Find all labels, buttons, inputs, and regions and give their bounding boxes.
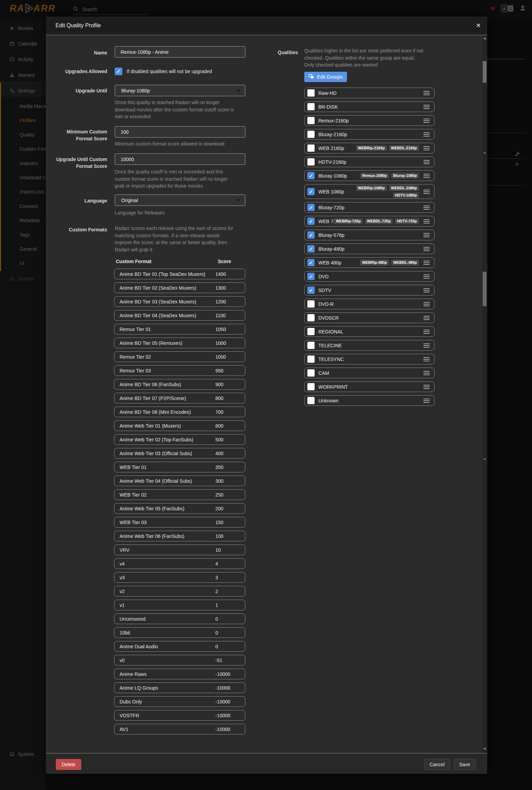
format-score-input[interactable]: 350 [215, 464, 223, 470]
quality-row[interactable]: ✓Bluray-720p [304, 202, 434, 213]
format-score-input[interactable]: 2 [215, 589, 218, 594]
quality-checkbox[interactable]: ✓ [307, 287, 315, 294]
scroll-down-icon[interactable] [483, 748, 486, 750]
format-score-input[interactable]: 500 [215, 437, 223, 442]
format-score-input[interactable]: 4 [215, 561, 218, 567]
upgrades-allowed-checkbox[interactable]: ✓ [115, 68, 122, 75]
scrollbar-thumb[interactable] [483, 272, 487, 306]
quality-row[interactable]: Raw-HD [304, 88, 434, 98]
format-score-input[interactable]: -10000 [215, 713, 231, 718]
quality-row[interactable]: CAM [304, 368, 434, 378]
quality-row[interactable]: Remux-2160p [304, 115, 434, 126]
drag-handle-icon[interactable] [423, 247, 430, 251]
format-score-input[interactable]: -51 [215, 658, 222, 663]
quality-row[interactable]: ✓SDTV [304, 285, 434, 296]
drag-handle-icon[interactable] [423, 91, 430, 95]
quality-row[interactable]: BR-DISK [304, 101, 434, 112]
quality-row[interactable]: WEB 2160pWEBRip-2160pWEBDL-2160p [304, 143, 434, 153]
quality-row[interactable]: ✓DVD [304, 271, 434, 282]
format-score-input[interactable]: -10000 [215, 685, 231, 691]
delete-button[interactable]: Delete [56, 759, 81, 770]
drag-handle-icon[interactable] [423, 219, 430, 223]
modal-scrollbar[interactable] [482, 36, 487, 753]
quality-checkbox[interactable] [307, 117, 315, 124]
format-score-input[interactable]: 10 [215, 547, 221, 553]
format-score-input[interactable]: -10000 [215, 671, 231, 677]
format-score-input[interactable]: 1300 [215, 285, 226, 291]
drag-handle-icon[interactable] [423, 261, 430, 265]
drag-handle-icon[interactable] [423, 302, 430, 306]
format-score-input[interactable]: 0 [215, 644, 218, 649]
quality-row[interactable]: WORKPRINT [304, 381, 434, 392]
quality-checkbox[interactable] [307, 356, 315, 363]
quality-row[interactable]: ✓Bluray-1080pRemux-1080pBluray-1080p [304, 170, 434, 181]
name-input[interactable] [115, 46, 245, 58]
drag-handle-icon[interactable] [423, 119, 430, 123]
format-score-input[interactable]: 300 [215, 478, 223, 484]
until-format-score-input[interactable] [115, 153, 245, 165]
drag-handle-icon[interactable] [423, 385, 430, 389]
quality-checkbox[interactable]: ✓ [307, 172, 315, 179]
format-score-input[interactable]: 200 [215, 506, 223, 511]
quality-row[interactable]: TELESYNC [304, 354, 434, 364]
drag-handle-icon[interactable] [423, 146, 430, 150]
quality-checkbox[interactable] [307, 158, 315, 166]
quality-row[interactable]: TELECINE [304, 340, 434, 351]
format-score-input[interactable]: 400 [215, 451, 223, 456]
quality-checkbox[interactable] [307, 328, 315, 335]
quality-checkbox[interactable] [307, 397, 315, 404]
drag-handle-icon[interactable] [423, 371, 430, 375]
drag-handle-icon[interactable] [423, 288, 430, 292]
quality-row[interactable]: ✓Bluray-576p [304, 230, 434, 240]
drag-handle-icon[interactable] [423, 132, 430, 137]
quality-checkbox[interactable]: ✓ [307, 259, 315, 266]
quality-row[interactable]: ✓WEB 1080pWEBRip-1080pWEBDL-1080pHDTV-10… [304, 184, 434, 199]
drag-handle-icon[interactable] [423, 343, 430, 348]
quality-row[interactable]: HDTV-2160p [304, 157, 434, 167]
quality-checkbox[interactable]: ✓ [307, 218, 315, 225]
format-score-input[interactable]: 1000 [215, 354, 226, 360]
min-format-score-input[interactable] [115, 126, 245, 138]
drag-handle-icon[interactable] [423, 160, 430, 164]
drag-handle-icon[interactable] [423, 190, 430, 194]
drag-handle-icon[interactable] [423, 316, 430, 320]
format-score-input[interactable]: 700 [215, 409, 223, 415]
drag-handle-icon[interactable] [423, 357, 430, 361]
drag-handle-icon[interactable] [423, 399, 430, 403]
format-score-input[interactable]: 800 [215, 396, 223, 401]
quality-checkbox[interactable]: ✓ [307, 273, 315, 280]
quality-row[interactable]: DVD-R [304, 299, 434, 309]
scrollbar-thumb[interactable] [483, 61, 487, 83]
quality-row[interactable]: Bluray-2160p [304, 129, 434, 140]
quality-checkbox[interactable] [307, 314, 315, 321]
quality-row[interactable]: ✓Bluray-480p [304, 243, 434, 254]
format-score-input[interactable]: 250 [215, 492, 223, 498]
edit-groups-button[interactable]: Edit Groups [304, 72, 347, 82]
quality-checkbox[interactable] [307, 144, 315, 152]
quality-row[interactable]: ✓WEB 720pWEBRip-720pWEBDL-720pHDTV-720p [304, 216, 434, 227]
quality-row[interactable]: DVDSCR [304, 312, 434, 323]
format-score-input[interactable]: 1200 [215, 299, 226, 304]
quality-checkbox[interactable]: ✓ [307, 245, 315, 252]
quality-checkbox[interactable] [307, 131, 315, 138]
quality-row[interactable]: ✓WEB 480pWEBRip-480pWEBDL-480p [304, 257, 434, 268]
drag-handle-icon[interactable] [423, 233, 430, 237]
format-score-input[interactable]: 600 [215, 423, 223, 429]
format-score-input[interactable]: 1100 [215, 313, 226, 318]
quality-checkbox[interactable] [307, 89, 315, 97]
quality-checkbox[interactable] [307, 383, 315, 390]
drag-handle-icon[interactable] [423, 330, 430, 334]
quality-checkbox[interactable] [307, 300, 315, 308]
drag-handle-icon[interactable] [423, 105, 430, 109]
format-score-input[interactable]: -10000 [215, 727, 231, 732]
format-score-input[interactable]: 1 [215, 602, 218, 608]
quality-checkbox[interactable]: ✓ [307, 231, 315, 239]
format-score-input[interactable]: -10000 [215, 699, 231, 704]
quality-checkbox[interactable]: ✓ [307, 204, 315, 211]
format-score-input[interactable]: 900 [215, 382, 223, 387]
drag-handle-icon[interactable] [423, 174, 430, 178]
quality-checkbox[interactable] [307, 103, 315, 110]
quality-row[interactable]: REGIONAL [304, 326, 434, 337]
format-score-input[interactable]: 1400 [215, 271, 226, 277]
quality-checkbox[interactable] [307, 342, 315, 349]
